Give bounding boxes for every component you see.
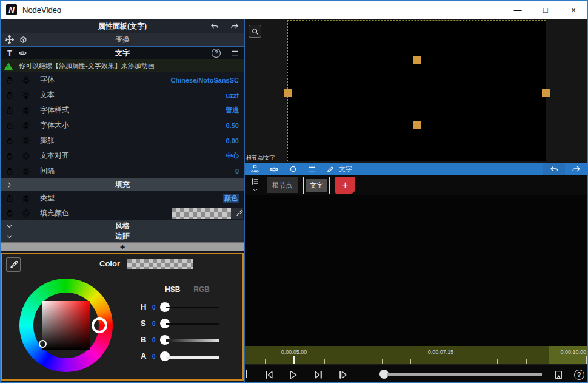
skip-to-end-button[interactable] bbox=[313, 369, 324, 380]
style-section-header[interactable]: 风格 bbox=[1, 220, 244, 231]
sb-selector-handle[interactable] bbox=[39, 340, 47, 348]
gear-icon[interactable] bbox=[22, 152, 30, 160]
panel-resize-handle[interactable]: + bbox=[1, 242, 244, 251]
playhead[interactable] bbox=[293, 356, 295, 364]
color-picker-eyedropper-button[interactable] bbox=[6, 257, 21, 272]
gear-icon[interactable] bbox=[22, 76, 30, 84]
stopwatch-icon[interactable] bbox=[5, 209, 14, 217]
list-icon[interactable] bbox=[251, 177, 259, 186]
gear-icon[interactable] bbox=[22, 194, 30, 203]
step-forward-button[interactable] bbox=[337, 369, 348, 380]
property-row-font[interactable]: 字体 Chinese/NotoSansSC bbox=[1, 72, 244, 87]
fill-section-header[interactable]: 填充 bbox=[1, 178, 244, 191]
gear-icon[interactable] bbox=[22, 106, 30, 115]
property-value[interactable]: uzzf bbox=[226, 92, 239, 99]
node-tree-icon[interactable] bbox=[250, 164, 259, 174]
property-value[interactable]: 0.00 bbox=[226, 137, 239, 144]
slider-track[interactable] bbox=[166, 339, 219, 342]
close-button[interactable]: × bbox=[560, 1, 587, 19]
property-label: 填充颜色 bbox=[40, 208, 69, 219]
tab-text-node[interactable]: 文字 bbox=[303, 177, 330, 194]
node-list-control[interactable] bbox=[248, 177, 262, 194]
property-row-expand[interactable]: 膨胀 0.00 bbox=[1, 133, 244, 148]
stopwatch-icon[interactable] bbox=[5, 76, 14, 84]
stopwatch-icon[interactable] bbox=[5, 152, 14, 160]
redo-icon[interactable] bbox=[230, 22, 239, 31]
menu-icon[interactable] bbox=[230, 49, 239, 58]
property-value[interactable]: 中心 bbox=[226, 151, 239, 160]
zoom-tool-button[interactable] bbox=[249, 25, 261, 38]
hue-selector-handle[interactable] bbox=[92, 317, 107, 333]
add-node-button[interactable]: + bbox=[335, 177, 355, 194]
chevron-down-icon[interactable] bbox=[252, 186, 259, 194]
stopwatch-icon[interactable] bbox=[5, 91, 14, 100]
slider-track[interactable] bbox=[166, 323, 219, 325]
node-graph-area[interactable] bbox=[245, 195, 587, 346]
stopwatch-icon[interactable] bbox=[5, 137, 14, 145]
stopwatch-icon[interactable] bbox=[5, 167, 14, 175]
play-button[interactable] bbox=[287, 369, 298, 380]
transform-handle-bottom[interactable] bbox=[413, 121, 421, 129]
gear-icon[interactable] bbox=[22, 137, 30, 145]
transform-handle-top[interactable] bbox=[413, 56, 421, 64]
slider-value[interactable]: 0 bbox=[152, 353, 156, 360]
stopwatch-icon[interactable] bbox=[5, 121, 14, 130]
pencil-icon[interactable] bbox=[326, 165, 335, 174]
property-value[interactable]: Chinese/NotoSansSC bbox=[171, 76, 239, 84]
property-row-fill-type[interactable]: 类型 颜色 bbox=[1, 191, 244, 206]
add-property-label[interactable]: + bbox=[120, 242, 125, 252]
eyedropper-icon[interactable] bbox=[231, 208, 243, 219]
tab-root-node[interactable]: 根节点 bbox=[267, 177, 298, 193]
fill-color-swatch[interactable] bbox=[172, 208, 231, 219]
slider-track[interactable] bbox=[166, 356, 219, 359]
margin-section-label: 边距 bbox=[1, 231, 244, 242]
stopwatch-icon[interactable] bbox=[5, 106, 14, 115]
transform-section-header[interactable]: 变换 bbox=[1, 33, 244, 46]
saturation-brightness-square[interactable] bbox=[42, 301, 90, 350]
eye-icon[interactable] bbox=[269, 164, 279, 174]
property-value[interactable]: 颜色 bbox=[223, 194, 239, 203]
gear-icon[interactable] bbox=[22, 121, 30, 130]
property-label: 间隔 bbox=[40, 166, 55, 176]
slider-value[interactable]: 0 bbox=[152, 304, 156, 311]
property-value[interactable]: 普通 bbox=[226, 106, 239, 115]
help-button[interactable]: ? bbox=[573, 369, 584, 380]
video-frame[interactable] bbox=[287, 20, 546, 161]
redo-button[interactable] bbox=[565, 163, 587, 175]
property-row-fill-color[interactable]: 填充颜色 bbox=[1, 206, 244, 220]
slider-track[interactable] bbox=[166, 307, 219, 308]
text-section-header[interactable]: T 文字 ? bbox=[1, 46, 244, 59]
property-row-spacing[interactable]: 间隔 0 bbox=[1, 163, 244, 178]
property-row-text[interactable]: 文本 uzzf bbox=[1, 87, 244, 103]
maximize-button[interactable]: □ bbox=[532, 1, 560, 19]
bookmark-button[interactable] bbox=[553, 369, 564, 380]
property-row-text-align[interactable]: 文本对齐 中心 bbox=[1, 148, 244, 163]
breadcrumb[interactable]: 根节点/文字 bbox=[246, 154, 275, 162]
menu-icon[interactable] bbox=[307, 164, 316, 174]
margin-section-header[interactable]: 边距 bbox=[1, 231, 244, 242]
minimize-button[interactable]: — bbox=[504, 1, 532, 19]
transform-handle-left[interactable] bbox=[284, 89, 292, 97]
timeline-zoom-slider-track[interactable] bbox=[387, 373, 542, 376]
property-value[interactable]: 0 bbox=[235, 168, 239, 175]
undo-button[interactable] bbox=[543, 163, 565, 175]
gear-icon[interactable] bbox=[22, 209, 30, 217]
skip-to-start-button[interactable] bbox=[263, 369, 274, 380]
property-row-font-style[interactable]: 字体样式 普通 bbox=[1, 103, 244, 118]
undo-icon[interactable] bbox=[210, 22, 219, 31]
help-icon[interactable]: ? bbox=[212, 49, 221, 58]
tab-hsb[interactable]: HSB bbox=[165, 285, 180, 294]
preview-viewport[interactable]: 根节点/文字 bbox=[245, 19, 587, 163]
stopwatch-icon[interactable] bbox=[5, 194, 14, 203]
slider-value[interactable]: 0 bbox=[152, 320, 156, 327]
gear-icon[interactable] bbox=[22, 167, 30, 175]
timeline-ruler[interactable]: 0:00:05:00 0:00:07:15 0:00:10:00 bbox=[245, 346, 587, 364]
circle-icon[interactable] bbox=[289, 164, 298, 174]
current-color-swatch[interactable] bbox=[127, 259, 193, 269]
transform-handle-right[interactable] bbox=[542, 89, 550, 97]
property-value[interactable]: 0.50 bbox=[226, 122, 239, 129]
slider-value[interactable]: 0 bbox=[152, 337, 156, 344]
property-row-font-size[interactable]: 字体大小 0.50 bbox=[1, 118, 244, 133]
gear-icon[interactable] bbox=[22, 91, 30, 100]
tab-rgb[interactable]: RGB bbox=[193, 285, 210, 294]
